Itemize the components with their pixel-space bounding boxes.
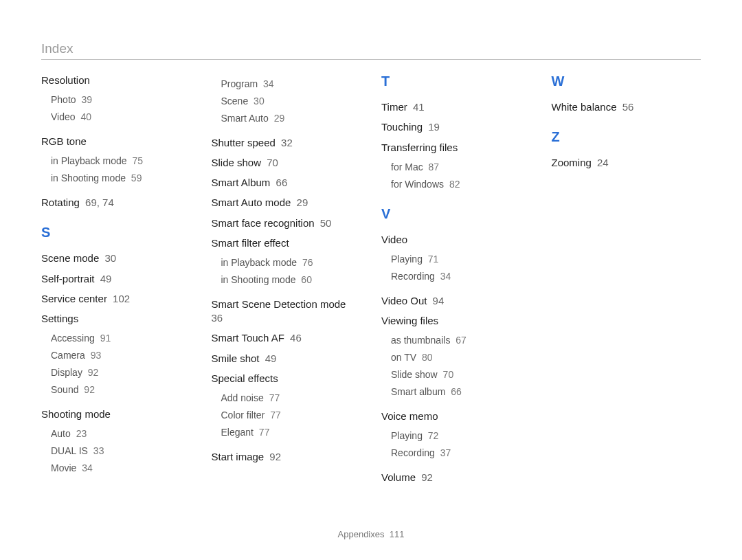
index-entry: Smile shot 49 bbox=[212, 352, 361, 366]
index-entry-page: 32 bbox=[278, 137, 293, 148]
index-block-title: Voice memo bbox=[381, 410, 531, 423]
index-sub-entry: Auto 23 bbox=[51, 427, 191, 440]
index-sub-label: DUAL IS bbox=[51, 445, 88, 456]
index-entry: Volume 92 bbox=[381, 471, 531, 484]
index-entry-page: 70 bbox=[264, 157, 278, 168]
index-block: VideoPlaying 71Recording 34 bbox=[381, 233, 531, 283]
index-entry: Smart Scene Detection mode 36 bbox=[212, 298, 361, 326]
index-sub-entry: Recording 34 bbox=[391, 270, 531, 283]
index-sub-entry: Photo 39 bbox=[51, 93, 191, 107]
index-column-4: WWhite balance 56ZZooming 24 bbox=[552, 74, 701, 491]
index-sub-label: in Shooting mode bbox=[51, 172, 126, 183]
index-sub-entry: Sound 92 bbox=[51, 383, 191, 396]
index-sub-entry: in Playback mode 75 bbox=[51, 155, 191, 168]
index-sub-page: 34 bbox=[260, 78, 273, 89]
index-sub-label: Playing bbox=[391, 430, 423, 441]
index-entry-label: Service center bbox=[41, 293, 107, 304]
index-sub-label: Auto bbox=[51, 428, 71, 439]
index-sub-page: 80 bbox=[419, 352, 432, 363]
index-entry: Timer 41 bbox=[381, 100, 531, 114]
index-entry-page: 19 bbox=[425, 121, 440, 133]
index-sub-label: Scene bbox=[221, 96, 249, 107]
index-sub-page: 70 bbox=[440, 369, 453, 380]
index-sub-entry: Add noise 77 bbox=[221, 392, 361, 405]
index-sub-entry: Video 40 bbox=[51, 111, 191, 124]
index-block: SettingsAccessing 91Camera 93Display 92S… bbox=[41, 312, 191, 396]
index-entry-label: Smart Scene Detection mode bbox=[212, 298, 346, 310]
index-sub-entry: in Shooting mode 59 bbox=[51, 172, 191, 185]
index-entry-page: 49 bbox=[98, 273, 112, 284]
page-footer: Appendixes 111 bbox=[0, 529, 742, 539]
index-entry-page: 49 bbox=[262, 352, 277, 364]
index-entry-label: Start image bbox=[212, 451, 265, 462]
index-sub-entry: as thumbnails 67 bbox=[391, 334, 531, 347]
index-entry-label: Rotating bbox=[41, 197, 80, 208]
index-sub-entry: Recording 37 bbox=[391, 447, 531, 460]
index-subgroup: Program 34Scene 30Smart Auto 29 bbox=[212, 78, 361, 125]
footer-page-number: 111 bbox=[390, 529, 405, 539]
index-sub-label: Color filter bbox=[221, 410, 265, 421]
index-sub-page: 30 bbox=[251, 96, 264, 107]
index-entry-page: 46 bbox=[287, 332, 302, 344]
index-sub-label: Video bbox=[51, 111, 76, 122]
index-entry: Smart face recognition 50 bbox=[212, 216, 361, 230]
index-sub-label: Add noise bbox=[221, 392, 264, 403]
index-entry: Self-portrait 49 bbox=[41, 272, 191, 286]
index-sub-page: 23 bbox=[74, 428, 87, 439]
index-entry: White balance 56 bbox=[552, 100, 701, 114]
index-sub-label: Program bbox=[221, 78, 258, 89]
index-sub-label: Camera bbox=[51, 350, 85, 361]
index-entry-page: 56 bbox=[620, 101, 634, 113]
index-entry-label: Touching bbox=[381, 121, 423, 133]
index-block-title: Video bbox=[381, 233, 531, 247]
index-sub-entry: for Mac 87 bbox=[391, 161, 531, 174]
page-title: Index bbox=[41, 41, 701, 56]
index-entry-page: 30 bbox=[102, 252, 116, 264]
index-entry-page: 92 bbox=[418, 471, 433, 483]
index-sub-label: Smart Auto bbox=[221, 113, 269, 124]
index-entry-label: Volume bbox=[381, 471, 416, 483]
index-block-title: Viewing files bbox=[381, 314, 531, 328]
index-letter: S bbox=[41, 225, 191, 240]
index-column-3: TTimer 41Touching 19Transferring filesfo… bbox=[381, 74, 531, 491]
index-sub-page: 29 bbox=[271, 113, 284, 124]
index-sub-label: Elegant bbox=[221, 427, 254, 438]
index-sub-page: 71 bbox=[425, 254, 438, 265]
index-sub-page: 91 bbox=[98, 333, 111, 344]
index-sub-page: 66 bbox=[448, 386, 461, 397]
index-entry-page: 66 bbox=[273, 177, 287, 188]
index-entry-page: 92 bbox=[267, 451, 281, 462]
index-sub-page: 34 bbox=[79, 462, 92, 473]
index-sub-label: in Playback mode bbox=[51, 155, 127, 166]
index-sub-entry: in Shooting mode 60 bbox=[221, 273, 361, 287]
index-sub-page: 37 bbox=[438, 447, 451, 458]
index-sub-page: 92 bbox=[81, 384, 94, 395]
index-sub-entry: Camera 93 bbox=[51, 349, 191, 362]
index-entry-page: 102 bbox=[110, 293, 130, 304]
index-sub-label: Display bbox=[51, 367, 82, 378]
index-block-title: Transferring files bbox=[381, 141, 531, 155]
index-block: RGB tonein Playback mode 75in Shooting m… bbox=[41, 135, 191, 185]
index-sub-page: 87 bbox=[426, 161, 439, 172]
index-entry-page: 29 bbox=[293, 197, 308, 208]
index-entry: Touching 19 bbox=[381, 120, 531, 134]
index-sub-entry: in Playback mode 76 bbox=[221, 256, 361, 269]
index-entry: Start image 92 bbox=[212, 450, 361, 464]
index-block-title: Special effects bbox=[212, 372, 361, 385]
index-block: Transferring filesfor Mac 87for Windows … bbox=[381, 141, 531, 191]
index-letter: Z bbox=[552, 129, 701, 145]
index-sub-entry: for Windows 82 bbox=[391, 178, 531, 191]
index-sub-page: 77 bbox=[267, 410, 280, 421]
index-page: Index ResolutionPhoto 39Video 40RGB tone… bbox=[0, 0, 742, 560]
index-sub-label: Recording bbox=[391, 447, 435, 458]
index-block-title: Settings bbox=[41, 312, 191, 326]
index-entry-page: 41 bbox=[410, 101, 425, 113]
index-entry: Rotating 69, 74 bbox=[41, 196, 191, 210]
index-sub-label: Photo bbox=[51, 94, 76, 105]
index-entry: Smart Auto mode 29 bbox=[212, 196, 361, 210]
index-entry-label: Smart face recognition bbox=[212, 217, 315, 229]
index-sub-entry: Elegant 77 bbox=[221, 426, 361, 439]
index-sub-page: 92 bbox=[85, 367, 98, 378]
index-sub-page: 34 bbox=[438, 271, 451, 282]
index-sub-entry: Accessing 91 bbox=[51, 332, 191, 345]
